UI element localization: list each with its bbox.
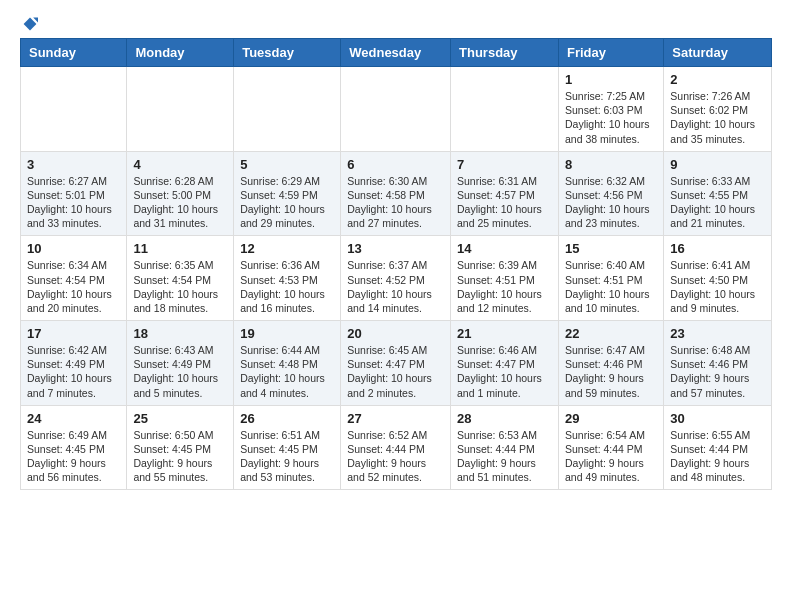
day-info: Sunrise: 6:48 AM Sunset: 4:46 PM Dayligh… [670,343,765,400]
calendar-header-wednesday: Wednesday [341,39,451,67]
day-info: Sunrise: 6:33 AM Sunset: 4:55 PM Dayligh… [670,174,765,231]
calendar-cell: 5Sunrise: 6:29 AM Sunset: 4:59 PM Daylig… [234,151,341,236]
day-number: 17 [27,326,120,341]
calendar-cell: 2Sunrise: 7:26 AM Sunset: 6:02 PM Daylig… [664,67,772,152]
day-number: 20 [347,326,444,341]
day-info: Sunrise: 6:34 AM Sunset: 4:54 PM Dayligh… [27,258,120,315]
calendar-cell: 17Sunrise: 6:42 AM Sunset: 4:49 PM Dayli… [21,321,127,406]
day-info: Sunrise: 6:28 AM Sunset: 5:00 PM Dayligh… [133,174,227,231]
day-info: Sunrise: 6:35 AM Sunset: 4:54 PM Dayligh… [133,258,227,315]
day-info: Sunrise: 6:30 AM Sunset: 4:58 PM Dayligh… [347,174,444,231]
day-number: 1 [565,72,657,87]
calendar-week-2: 3Sunrise: 6:27 AM Sunset: 5:01 PM Daylig… [21,151,772,236]
calendar-cell: 14Sunrise: 6:39 AM Sunset: 4:51 PM Dayli… [451,236,559,321]
calendar-header-monday: Monday [127,39,234,67]
day-info: Sunrise: 6:40 AM Sunset: 4:51 PM Dayligh… [565,258,657,315]
calendar-cell: 7Sunrise: 6:31 AM Sunset: 4:57 PM Daylig… [451,151,559,236]
calendar-cell: 11Sunrise: 6:35 AM Sunset: 4:54 PM Dayli… [127,236,234,321]
logo [20,16,38,32]
calendar-cell: 18Sunrise: 6:43 AM Sunset: 4:49 PM Dayli… [127,321,234,406]
day-number: 14 [457,241,552,256]
day-info: Sunrise: 6:39 AM Sunset: 4:51 PM Dayligh… [457,258,552,315]
day-info: Sunrise: 6:53 AM Sunset: 4:44 PM Dayligh… [457,428,552,485]
day-number: 27 [347,411,444,426]
day-info: Sunrise: 6:49 AM Sunset: 4:45 PM Dayligh… [27,428,120,485]
day-info: Sunrise: 6:44 AM Sunset: 4:48 PM Dayligh… [240,343,334,400]
day-info: Sunrise: 6:43 AM Sunset: 4:49 PM Dayligh… [133,343,227,400]
day-number: 30 [670,411,765,426]
calendar-cell: 21Sunrise: 6:46 AM Sunset: 4:47 PM Dayli… [451,321,559,406]
day-number: 2 [670,72,765,87]
day-number: 10 [27,241,120,256]
day-info: Sunrise: 6:52 AM Sunset: 4:44 PM Dayligh… [347,428,444,485]
calendar: SundayMondayTuesdayWednesdayThursdayFrid… [20,38,772,490]
calendar-cell: 10Sunrise: 6:34 AM Sunset: 4:54 PM Dayli… [21,236,127,321]
day-number: 9 [670,157,765,172]
calendar-cell: 26Sunrise: 6:51 AM Sunset: 4:45 PM Dayli… [234,405,341,490]
day-number: 7 [457,157,552,172]
day-info: Sunrise: 6:45 AM Sunset: 4:47 PM Dayligh… [347,343,444,400]
day-info: Sunrise: 6:29 AM Sunset: 4:59 PM Dayligh… [240,174,334,231]
calendar-cell: 30Sunrise: 6:55 AM Sunset: 4:44 PM Dayli… [664,405,772,490]
svg-marker-0 [24,18,37,31]
calendar-week-4: 17Sunrise: 6:42 AM Sunset: 4:49 PM Dayli… [21,321,772,406]
calendar-cell [127,67,234,152]
day-number: 4 [133,157,227,172]
calendar-week-3: 10Sunrise: 6:34 AM Sunset: 4:54 PM Dayli… [21,236,772,321]
day-info: Sunrise: 6:27 AM Sunset: 5:01 PM Dayligh… [27,174,120,231]
calendar-header-saturday: Saturday [664,39,772,67]
calendar-cell [341,67,451,152]
calendar-cell [451,67,559,152]
day-info: Sunrise: 6:51 AM Sunset: 4:45 PM Dayligh… [240,428,334,485]
day-info: Sunrise: 6:47 AM Sunset: 4:46 PM Dayligh… [565,343,657,400]
day-info: Sunrise: 6:46 AM Sunset: 4:47 PM Dayligh… [457,343,552,400]
calendar-cell: 6Sunrise: 6:30 AM Sunset: 4:58 PM Daylig… [341,151,451,236]
day-number: 5 [240,157,334,172]
day-number: 28 [457,411,552,426]
day-info: Sunrise: 7:26 AM Sunset: 6:02 PM Dayligh… [670,89,765,146]
calendar-header-tuesday: Tuesday [234,39,341,67]
calendar-cell: 8Sunrise: 6:32 AM Sunset: 4:56 PM Daylig… [558,151,663,236]
calendar-header-friday: Friday [558,39,663,67]
day-number: 23 [670,326,765,341]
calendar-cell: 25Sunrise: 6:50 AM Sunset: 4:45 PM Dayli… [127,405,234,490]
calendar-cell: 22Sunrise: 6:47 AM Sunset: 4:46 PM Dayli… [558,321,663,406]
day-number: 29 [565,411,657,426]
calendar-header-sunday: Sunday [21,39,127,67]
calendar-cell: 29Sunrise: 6:54 AM Sunset: 4:44 PM Dayli… [558,405,663,490]
day-number: 18 [133,326,227,341]
calendar-week-5: 24Sunrise: 6:49 AM Sunset: 4:45 PM Dayli… [21,405,772,490]
day-number: 21 [457,326,552,341]
logo-icon [22,16,38,32]
day-number: 11 [133,241,227,256]
calendar-header-thursday: Thursday [451,39,559,67]
calendar-cell: 20Sunrise: 6:45 AM Sunset: 4:47 PM Dayli… [341,321,451,406]
day-info: Sunrise: 6:41 AM Sunset: 4:50 PM Dayligh… [670,258,765,315]
day-number: 8 [565,157,657,172]
day-number: 6 [347,157,444,172]
day-number: 12 [240,241,334,256]
page: SundayMondayTuesdayWednesdayThursdayFrid… [0,0,792,510]
header [20,16,772,32]
day-number: 13 [347,241,444,256]
day-number: 16 [670,241,765,256]
day-info: Sunrise: 6:50 AM Sunset: 4:45 PM Dayligh… [133,428,227,485]
day-info: Sunrise: 7:25 AM Sunset: 6:03 PM Dayligh… [565,89,657,146]
day-number: 3 [27,157,120,172]
day-number: 26 [240,411,334,426]
calendar-cell: 4Sunrise: 6:28 AM Sunset: 5:00 PM Daylig… [127,151,234,236]
day-info: Sunrise: 6:37 AM Sunset: 4:52 PM Dayligh… [347,258,444,315]
calendar-cell: 23Sunrise: 6:48 AM Sunset: 4:46 PM Dayli… [664,321,772,406]
day-info: Sunrise: 6:42 AM Sunset: 4:49 PM Dayligh… [27,343,120,400]
calendar-cell: 12Sunrise: 6:36 AM Sunset: 4:53 PM Dayli… [234,236,341,321]
day-number: 24 [27,411,120,426]
day-number: 19 [240,326,334,341]
day-number: 22 [565,326,657,341]
day-number: 25 [133,411,227,426]
calendar-cell: 28Sunrise: 6:53 AM Sunset: 4:44 PM Dayli… [451,405,559,490]
calendar-cell: 19Sunrise: 6:44 AM Sunset: 4:48 PM Dayli… [234,321,341,406]
day-info: Sunrise: 6:36 AM Sunset: 4:53 PM Dayligh… [240,258,334,315]
calendar-week-1: 1Sunrise: 7:25 AM Sunset: 6:03 PM Daylig… [21,67,772,152]
calendar-cell: 27Sunrise: 6:52 AM Sunset: 4:44 PM Dayli… [341,405,451,490]
day-info: Sunrise: 6:54 AM Sunset: 4:44 PM Dayligh… [565,428,657,485]
